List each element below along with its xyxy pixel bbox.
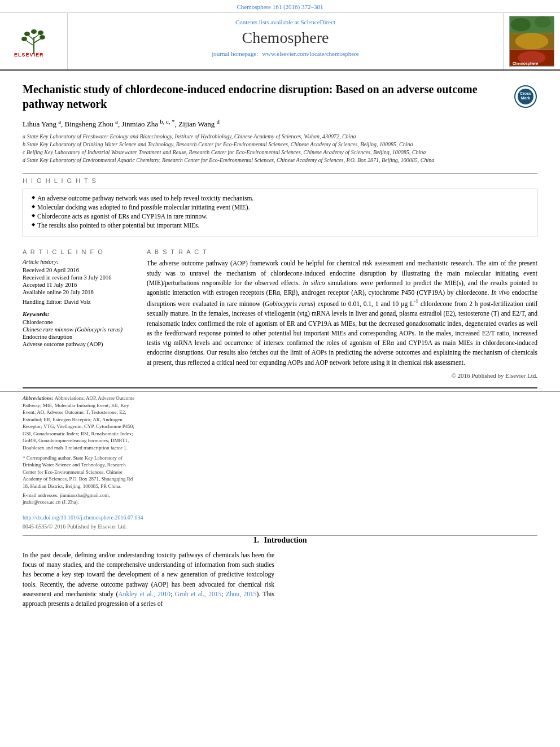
affiliation-a: a State Key Laboratory of Freshwater Eco…: [23, 133, 537, 139]
journal-title-area: Contents lists available at ScienceDirec…: [68, 13, 504, 69]
article-info-section: A R T I C L E I N F O Article history: R…: [23, 248, 135, 305]
page: Chemosphere 161 (2016) 372–381 ELSEVIER: [0, 0, 560, 747]
section-number: 1.: [253, 536, 260, 544]
keywords-section: Keywords: Chlordecone Chinese rare minno…: [23, 311, 135, 347]
homepage-label: journal homepage:: [212, 50, 258, 57]
bottom-divider: [23, 387, 537, 388]
ref-ankley[interactable]: Ankley et al., 2010: [118, 591, 170, 597]
svg-text:Mark: Mark: [521, 96, 530, 100]
intro-paragraph-left: In the past decade, defining and/or unde…: [23, 551, 274, 609]
journal-name: Chemosphere: [79, 29, 492, 47]
article-info-column: A R T I C L E I N F O Article history: R…: [23, 248, 135, 379]
svg-text:Chemosphere: Chemosphere: [513, 62, 539, 66]
article-title: Mechanistic study of chlordecone-induced…: [23, 82, 537, 111]
introduction-title: 1. Introduction: [23, 536, 537, 545]
abbreviations-column: Abbreviations: Abbreviations: AOP, Adver…: [23, 395, 135, 506]
section-title-text: Introduction: [264, 536, 307, 544]
intro-right-col: [286, 551, 537, 609]
journal-header: ELSEVIER Contents lists available at Sci…: [0, 13, 560, 71]
abbreviations-text: Abbreviations: Abbreviations: AOP, Adver…: [23, 395, 135, 452]
svg-point-8: [24, 32, 30, 36]
doi-bar: http://dx.doi.org/10.1016/j.chemosphere.…: [0, 512, 560, 523]
homepage-link[interactable]: www.elsevier.com/locate/chemosphere: [262, 50, 359, 57]
section-divider-1: [23, 173, 537, 174]
journal-citation-text: Chemosphere 161 (2016) 372–381: [237, 3, 323, 10]
doi-link[interactable]: http://dx.doi.org/10.1016/j.chemosphere.…: [23, 514, 143, 521]
email-note: E-mail addresses: jinmiaozha@gmail.com, …: [23, 492, 135, 506]
journal-cover-image: Chemosphere: [509, 16, 554, 67]
highlight-item-4: The results also pointed to other potent…: [32, 222, 528, 229]
elsevier-tree-logo: ELSEVIER: [8, 26, 59, 57]
highlights-section: H I G H L I G H T S An adverse outcome p…: [0, 177, 560, 237]
abstract-text: The adverse outcome pathway (AOP) framew…: [147, 259, 537, 368]
svg-point-6: [21, 37, 27, 41]
svg-point-7: [40, 35, 45, 40]
svg-text:ELSEVIER: ELSEVIER: [14, 52, 44, 57]
abstract-column: A B S T R A C T The adverse outcome path…: [147, 248, 537, 379]
sciencedirect-link-text[interactable]: ScienceDirect: [300, 19, 335, 25]
affiliation-b: b State Key Laboratory of Drinking Water…: [23, 141, 537, 147]
journal-citation-bar: Chemosphere 161 (2016) 372–381: [0, 0, 560, 13]
svg-text:Cross: Cross: [520, 91, 531, 95]
corresponding-author-note: * Corresponding author. State Key Labora…: [23, 455, 135, 490]
contents-label: Contents lists available at: [235, 19, 299, 25]
highlights-box: An adverse outcome pathway network was u…: [23, 189, 537, 237]
keywords-label: Keywords:: [23, 311, 135, 317]
article-title-section: Cross Mark Mechanistic study of chlordec…: [0, 71, 560, 173]
received-date: Received 20 April 2016: [23, 267, 135, 273]
accepted-date: Accepted 11 July 2016: [23, 282, 135, 288]
highlight-item-1: An adverse outcome pathway network was u…: [32, 195, 528, 202]
svg-point-10: [31, 29, 37, 34]
sciencedirect-label: Contents lists available at ScienceDirec…: [79, 19, 492, 25]
available-date: Available online 20 July 2016: [23, 289, 135, 295]
highlight-item-2: Molecular docking was adopted to find po…: [32, 204, 528, 211]
article-info-label: A R T I C L E I N F O: [23, 248, 135, 255]
abstract-label: A B S T R A C T: [147, 248, 537, 255]
keyword-3: Endocrine disruption: [23, 334, 135, 340]
svg-point-14: [511, 18, 531, 31]
publisher-logo-area: ELSEVIER: [0, 13, 68, 69]
abbreviations-content: Abbreviations: AOP, Adverse Outcome Path…: [23, 395, 134, 451]
authors-line: Lihua Yang a, Bingsheng Zhou a, Jinmiao …: [23, 118, 537, 129]
footnotes-right-spacer: [147, 395, 537, 506]
highlight-item-3: Chlordecone acts as agonist of ERs and C…: [32, 213, 528, 220]
keyword-4: Adverse outcome pathway (AOP): [23, 341, 135, 347]
affiliation-c: c Beijing Key Laboratory of Industrial W…: [23, 149, 537, 155]
introduction-section: 1. Introduction In the past decade, defi…: [0, 536, 560, 609]
journal-thumbnail-area: Chemosphere: [504, 13, 560, 69]
article-info-abstract-columns: A R T I C L E I N F O Article history: R…: [0, 243, 560, 385]
abbreviations-label: Abbreviations:: [23, 395, 55, 401]
affiliations-block: a State Key Laboratory of Freshwater Eco…: [23, 133, 537, 163]
received-revised-date: Received in revised form 3 July 2016: [23, 274, 135, 281]
copyright-line: © 2016 Published by Elsevier Ltd.: [147, 372, 537, 379]
footnotes-section: Abbreviations: Abbreviations: AOP, Adver…: [0, 391, 560, 512]
affiliation-d: d State Key Laboratory of Environmental …: [23, 157, 537, 163]
ref-zhou[interactable]: Zhou, 2015: [226, 591, 257, 597]
crossmark-badge[interactable]: Cross Mark: [514, 85, 537, 111]
svg-point-15: [535, 16, 551, 28]
journal-homepage-line: journal homepage: www.elsevier.com/locat…: [79, 50, 492, 57]
highlights-label: H I G H L I G H T S: [23, 177, 537, 184]
svg-point-9: [38, 30, 43, 35]
ref-groh[interactable]: Groh et al., 2015: [175, 591, 221, 597]
keyword-1: Chlordecone: [23, 319, 135, 325]
svg-point-17: [515, 33, 549, 49]
keyword-2: Chinese rare minnow (Gobiocypris rarus): [23, 326, 135, 333]
intro-left-col: In the past decade, defining and/or unde…: [23, 551, 274, 609]
introduction-columns: In the past decade, defining and/or unde…: [23, 551, 537, 609]
issn-line: 0045-6535/© 2016 Published by Elsevier L…: [0, 523, 560, 535]
article-history-label: Article history:: [23, 259, 135, 265]
handling-editor: Handling Editor: David Volz: [23, 299, 135, 305]
